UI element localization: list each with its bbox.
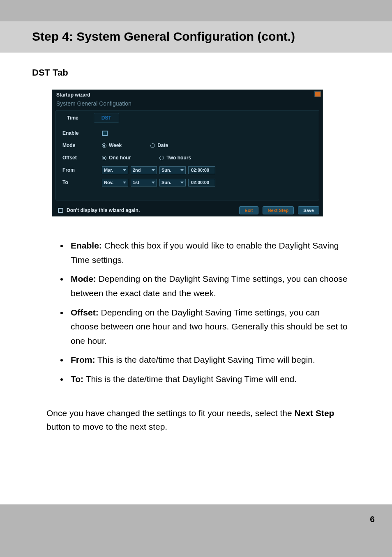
mode-date-radio[interactable]: Date bbox=[150, 143, 168, 148]
bullet-mode: Mode: Depending on the Daylight Saving T… bbox=[68, 272, 348, 300]
to-day-value: Sun. bbox=[161, 180, 171, 185]
window-title: Startup wizard bbox=[56, 92, 90, 98]
dont-show-label: Don't display this wizard again. bbox=[67, 207, 140, 213]
to-time-input[interactable]: 02:00:00 bbox=[188, 179, 215, 186]
to-ord-value: 1st bbox=[133, 180, 139, 185]
from-month-select[interactable]: Mar. bbox=[102, 166, 128, 174]
chevron-down-icon bbox=[152, 169, 155, 171]
bullet-mode-text: Depending on the Daylight Saving Time se… bbox=[71, 274, 348, 298]
page-title: Step 4: System General Configuration (co… bbox=[0, 21, 392, 53]
bullet-enable: Enable: Check this box if you would like… bbox=[68, 239, 348, 267]
bullet-offset-label: Offset: bbox=[71, 308, 99, 317]
mode-week-radio[interactable]: Week bbox=[102, 143, 122, 148]
to-month-select[interactable]: Nov. bbox=[102, 179, 128, 186]
mode-label: Mode bbox=[62, 143, 102, 148]
mode-date-label: Date bbox=[157, 143, 168, 148]
chevron-down-icon bbox=[123, 169, 126, 171]
mode-week-label: Week bbox=[109, 143, 122, 148]
wizard-screenshot: Startup wizard System General Configuati… bbox=[52, 90, 323, 216]
from-label: From bbox=[62, 167, 102, 173]
chevron-down-icon bbox=[180, 182, 184, 184]
exit-button[interactable]: Exit bbox=[239, 206, 258, 214]
offset-two-hours-label: Two hours bbox=[166, 155, 191, 161]
bullet-offset: Offset: Depending on the Daylight Saving… bbox=[68, 306, 348, 348]
tab-strip: Time DST bbox=[56, 110, 319, 124]
save-button[interactable]: Save bbox=[298, 206, 319, 214]
wizard-subtitle: System General Configuation bbox=[52, 99, 323, 110]
page-footer: 6 bbox=[0, 504, 392, 531]
bullet-from: From: This is the date/time that Dayligh… bbox=[68, 353, 348, 367]
closing-part2: button to move to the next step. bbox=[46, 422, 167, 431]
radio-selected-icon bbox=[102, 143, 106, 148]
window-titlebar: Startup wizard bbox=[52, 90, 323, 99]
from-day-value: Sun. bbox=[161, 168, 171, 173]
radio-selected-icon bbox=[102, 156, 106, 160]
section-heading: DST Tab bbox=[32, 67, 360, 78]
bullet-from-text: This is the date/time that Daylight Savi… bbox=[95, 355, 315, 364]
dont-show-checkbox[interactable] bbox=[58, 208, 63, 213]
offset-one-hour-radio[interactable]: One hour bbox=[102, 155, 131, 161]
tab-dst[interactable]: DST bbox=[94, 113, 119, 123]
from-time-value: 02:00:00 bbox=[191, 168, 209, 173]
enable-checkbox[interactable] bbox=[102, 131, 108, 136]
radio-icon bbox=[150, 143, 155, 148]
bullet-offset-text: Depending on the Daylight Saving Time se… bbox=[71, 308, 348, 345]
offset-label: Offset bbox=[62, 155, 102, 161]
tab-time[interactable]: Time bbox=[59, 113, 86, 123]
closing-paragraph: Once you have changed the settings to fi… bbox=[32, 406, 360, 434]
next-step-button[interactable]: Next Step bbox=[263, 206, 294, 214]
from-ord-value: 2nd bbox=[133, 168, 141, 173]
chevron-down-icon bbox=[152, 182, 155, 184]
from-month-value: Mar. bbox=[104, 168, 113, 173]
offset-two-hours-radio[interactable]: Two hours bbox=[159, 155, 191, 161]
from-ord-select[interactable]: 2nd bbox=[131, 166, 157, 174]
from-time-input[interactable]: 02:00:00 bbox=[188, 166, 215, 174]
offset-one-hour-label: One hour bbox=[109, 155, 131, 161]
bullet-to-text: This is the date/time that Daylight Savi… bbox=[83, 374, 297, 384]
page-number: 6 bbox=[370, 514, 375, 524]
bullet-from-label: From: bbox=[71, 355, 95, 364]
to-ord-select[interactable]: 1st bbox=[131, 179, 157, 186]
enable-label: Enable bbox=[62, 130, 102, 136]
closing-bold: Next Step bbox=[295, 408, 334, 418]
from-day-select[interactable]: Sun. bbox=[159, 166, 186, 174]
chevron-down-icon bbox=[180, 169, 184, 171]
closing-part1: Once you have changed the settings to fi… bbox=[46, 408, 295, 418]
bullet-enable-text: Check this box if you would like to enab… bbox=[71, 241, 339, 265]
bullet-to-label: To: bbox=[71, 374, 83, 384]
to-time-value: 02:00:00 bbox=[191, 180, 209, 185]
radio-icon bbox=[159, 156, 164, 160]
chevron-down-icon bbox=[123, 182, 126, 184]
close-icon[interactable] bbox=[314, 91, 321, 97]
bullet-enable-label: Enable: bbox=[71, 241, 102, 250]
wizard-panel: Time DST Enable Mode Week bbox=[55, 110, 319, 200]
description-list: Enable: Check this box if you would like… bbox=[32, 239, 360, 387]
bullet-mode-label: Mode: bbox=[71, 274, 96, 283]
to-label: To bbox=[62, 180, 102, 185]
to-day-select[interactable]: Sun. bbox=[159, 179, 186, 186]
to-month-value: Nov. bbox=[104, 180, 113, 185]
bullet-to: To: This is the date/time that Daylight … bbox=[68, 372, 348, 387]
